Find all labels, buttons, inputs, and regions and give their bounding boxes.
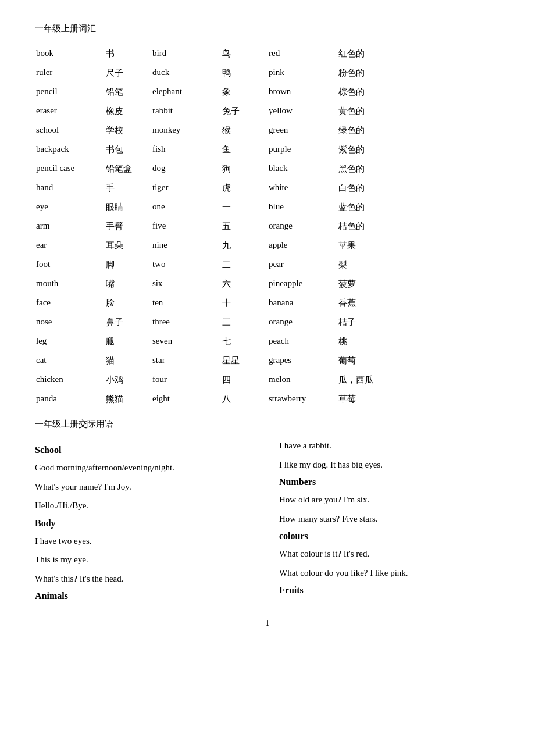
vocab-cell: 蓝色的	[337, 199, 395, 215]
vocab-cell: seven	[151, 334, 221, 350]
vocab-cell: white	[268, 180, 337, 196]
vocab-cell: 八	[221, 391, 268, 407]
vocab-cell: blue	[268, 199, 337, 215]
vocab-cell: face	[35, 295, 105, 311]
phrase-category: School	[35, 445, 256, 455]
vocab-cell: nine	[151, 238, 221, 254]
vocab-cell: 脸	[105, 295, 151, 311]
vocab-cell: 耳朵	[105, 238, 151, 254]
vocab-cell: duck	[151, 65, 221, 81]
vocab-cell: 梨	[337, 257, 395, 273]
vocab-cell: 黑色的	[337, 161, 395, 177]
vocab-cell: panda	[35, 391, 105, 407]
vocab-cell: orange	[268, 315, 337, 330]
vocab-cell: yellow	[268, 104, 337, 119]
vocab-cell: 书包	[105, 142, 151, 158]
phrase-item: How old are you? I'm six.	[279, 493, 500, 507]
vocab-cell: eye	[35, 199, 105, 215]
phrase-item: What colour is it? It's red.	[279, 547, 500, 561]
vocab-cell: star	[151, 353, 221, 369]
vocab-cell: 红色的	[337, 46, 395, 62]
vocab-cell: 铅笔盒	[105, 161, 151, 177]
vocab-cell: pear	[268, 257, 337, 273]
phrase-category: Body	[35, 518, 256, 529]
vocab-cell: nose	[35, 315, 105, 330]
vocab-cell: 手臂	[105, 219, 151, 234]
vocab-cell: 小鸡	[105, 372, 151, 388]
vocab-cell: 狗	[221, 161, 268, 177]
vocab-cell: 七	[221, 334, 268, 350]
vocab-cell: 猴	[221, 123, 268, 138]
vocab-cell: six	[151, 276, 221, 292]
vocab-cell: grapes	[268, 353, 337, 369]
phrase-category: colours	[279, 531, 500, 541]
vocab-cell: 香蕉	[337, 295, 395, 311]
vocab-cell: 鸟	[221, 46, 268, 62]
vocab-cell: 铅笔	[105, 84, 151, 100]
vocab-cell: 桔子	[337, 315, 395, 330]
vocab-cell: one	[151, 199, 221, 215]
vocab-cell: green	[268, 123, 337, 138]
vocab-cell: 星星	[221, 353, 268, 369]
vocab-cell: backpack	[35, 142, 105, 158]
vocab-cell: 绿色的	[337, 123, 395, 138]
vocab-cell: peach	[268, 334, 337, 350]
vocab-cell: book	[35, 46, 105, 62]
vocab-cell: bird	[151, 46, 221, 62]
phrase-item: What's your name? I'm Joy.	[35, 480, 256, 494]
vocab-cell: 桔色的	[337, 219, 395, 234]
vocab-cell: purple	[268, 142, 337, 158]
left-phrases: SchoolGood morning/afternoon/evening/nig…	[35, 439, 256, 607]
vocab-cell: 六	[221, 276, 268, 292]
vocab-cell: 黄色的	[337, 104, 395, 119]
vocab-cell: black	[268, 161, 337, 177]
vocab-cell: ten	[151, 295, 221, 311]
phrase-item: Good morning/afternoon/evening/night.	[35, 461, 256, 475]
vocab-cell: rabbit	[151, 104, 221, 119]
vocab-cell: 瓜，西瓜	[337, 372, 395, 388]
vocab-cell: pineapple	[268, 276, 337, 292]
page-number: 1	[35, 619, 500, 628]
vocab-cell: four	[151, 372, 221, 388]
vocab-cell: apple	[268, 238, 337, 254]
phrase-category: Numbers	[279, 477, 500, 487]
vocab-cell: 橡皮	[105, 104, 151, 119]
vocab-cell: brown	[268, 84, 337, 100]
vocab-cell: 虎	[221, 180, 268, 196]
vocab-cell: 白色的	[337, 180, 395, 196]
vocab-cell: mouth	[35, 276, 105, 292]
vocab-cell: 四	[221, 372, 268, 388]
right-phrases: I have a rabbit.I like my dog. It has bi…	[279, 439, 500, 607]
vocab-cell: 鱼	[221, 142, 268, 158]
vocab-cell: orange	[268, 219, 337, 234]
vocab-cell: leg	[35, 334, 105, 350]
vocab-cell: foot	[35, 257, 105, 273]
phrase-item: I like my dog. It has big eyes.	[279, 458, 500, 472]
vocab-cell: 草莓	[337, 391, 395, 407]
vocab-cell: strawberry	[268, 391, 337, 407]
vocab-cell: 猫	[105, 353, 151, 369]
vocab-cell: chicken	[35, 372, 105, 388]
phrase-item: I have a rabbit.	[279, 439, 500, 452]
vocab-cell: 眼睛	[105, 199, 151, 215]
vocab-cell: 苹果	[337, 238, 395, 254]
vocab-cell: 二	[221, 257, 268, 273]
vocab-cell: five	[151, 219, 221, 234]
phrase-item: Hello./Hi./Bye.	[35, 499, 256, 512]
vocab-cell: ear	[35, 238, 105, 254]
vocab-cell: elephant	[151, 84, 221, 100]
vocab-cell: 三	[221, 315, 268, 330]
page-title: 一年级上册词汇	[35, 23, 500, 34]
vocab-cell: 书	[105, 46, 151, 62]
vocab-table: book书bird鸟red红色的ruler尺子duck鸭pink粉色的penci…	[35, 46, 500, 407]
phrase-category: Animals	[35, 591, 256, 601]
vocab-cell: eight	[151, 391, 221, 407]
vocab-cell: banana	[268, 295, 337, 311]
phrase-item: This is my eye.	[35, 553, 256, 566]
vocab-cell: monkey	[151, 123, 221, 138]
vocab-cell: 手	[105, 180, 151, 196]
vocab-cell: 五	[221, 219, 268, 234]
vocab-cell: 粉色的	[337, 65, 395, 81]
vocab-cell: pink	[268, 65, 337, 81]
phrase-item: What's this? It's the head.	[35, 572, 256, 586]
